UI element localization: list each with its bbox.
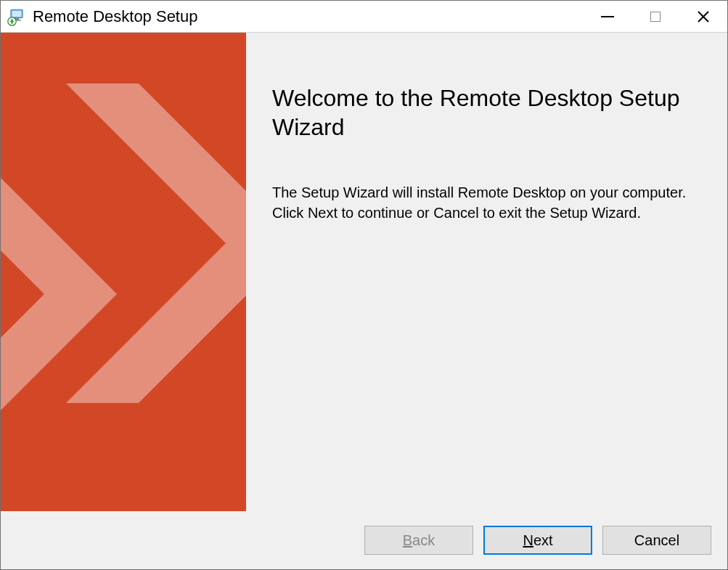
maximize-button[interactable] <box>631 1 679 33</box>
banner-graphic <box>1 33 246 511</box>
next-button[interactable]: Next <box>483 526 592 555</box>
titlebar: Remote Desktop Setup <box>1 1 727 33</box>
minimize-button[interactable] <box>584 1 631 33</box>
minimize-icon <box>601 16 614 17</box>
footer-button-bar: Back Next Cancel <box>1 511 727 569</box>
wizard-heading: Welcome to the Remote Desktop Setup Wiza… <box>272 84 698 142</box>
setup-wizard-window: Remote Desktop Setup Welcome t <box>0 0 728 570</box>
next-button-rest: ext <box>533 532 553 548</box>
window-title: Remote Desktop Setup <box>33 7 197 26</box>
maximize-icon <box>650 12 660 22</box>
close-button[interactable] <box>679 1 727 33</box>
installer-icon <box>7 7 27 27</box>
wizard-body-text: The Setup Wizard will install Remote Des… <box>272 182 693 223</box>
close-icon <box>697 10 710 23</box>
back-button: Back <box>364 526 473 555</box>
cancel-button[interactable]: Cancel <box>602 526 711 555</box>
back-button-rest: ack <box>412 532 435 548</box>
cancel-button-label: Cancel <box>634 532 679 549</box>
content-area: Welcome to the Remote Desktop Setup Wiza… <box>1 33 727 511</box>
svg-rect-1 <box>12 10 22 16</box>
main-panel: Welcome to the Remote Desktop Setup Wiza… <box>246 33 727 511</box>
